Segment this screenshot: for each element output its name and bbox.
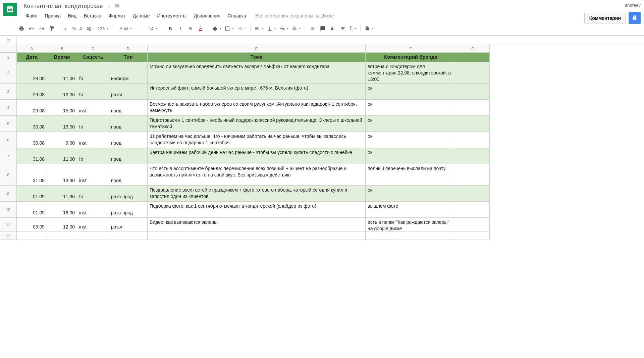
cell[interactable]: 16:00	[47, 202, 77, 218]
cell[interactable]	[77, 232, 109, 240]
cell[interactable]: ок	[366, 186, 456, 202]
currency-format-button[interactable]: р.	[62, 24, 68, 33]
cell[interactable]: Видео: как выпекаются эклеры.	[148, 218, 366, 232]
cell[interactable]: развл	[109, 218, 148, 232]
menu-дополнения[interactable]: Дополнения	[192, 12, 223, 20]
row-header-11[interactable]: 11	[0, 218, 17, 232]
cell[interactable]: 01.09	[17, 186, 47, 202]
cell[interactable]: 13:00	[47, 116, 77, 132]
font-family-dropdown[interactable]: Arial▾	[117, 24, 140, 33]
cell[interactable]: 31.08	[17, 164, 47, 186]
cell[interactable]	[109, 232, 148, 240]
cell[interactable]: ок	[366, 132, 456, 148]
menu-справка[interactable]: Справка	[225, 12, 249, 20]
cell[interactable]	[456, 164, 490, 186]
cell[interactable]: 11:30	[47, 186, 77, 202]
cell[interactable]	[456, 148, 490, 164]
cell[interactable]: прод	[109, 164, 148, 186]
row-header-1[interactable]: 1	[0, 53, 17, 62]
cell[interactable]: ок	[366, 100, 456, 116]
row-header-3[interactable]: 3	[0, 84, 17, 100]
cell[interactable]: ок	[366, 148, 456, 164]
cell[interactable]: встреча с кондитером для комментария 22.…	[366, 62, 456, 84]
user-name[interactable]: andreev	[625, 3, 641, 8]
cell[interactable]	[456, 232, 490, 240]
document-title[interactable]: Контент-план: кондитерская	[23, 3, 103, 10]
row-header-8[interactable]: 8	[0, 164, 17, 186]
select-all-corner[interactable]	[0, 45, 17, 53]
paint-format-icon[interactable]	[47, 24, 56, 33]
row-header-10[interactable]: 10	[0, 202, 17, 218]
col-header-F[interactable]: F	[366, 45, 456, 53]
insert-chart-icon[interactable]	[328, 24, 337, 33]
row-header-9[interactable]: 9	[0, 186, 17, 202]
menu-файл[interactable]: Файл	[23, 12, 40, 20]
cell[interactable]	[17, 232, 47, 240]
cell[interactable]	[456, 62, 490, 84]
cell[interactable]: 03.09	[17, 218, 47, 232]
share-button[interactable]	[629, 12, 641, 24]
cell[interactable]: inst	[77, 218, 109, 232]
cell[interactable]: 28.08	[17, 62, 47, 84]
decrease-decimal-button[interactable]: .0←	[79, 24, 85, 33]
cell[interactable]: прод	[109, 148, 148, 164]
col-header-G[interactable]: G	[456, 45, 490, 53]
cell[interactable]: прод	[109, 116, 148, 132]
cell[interactable]: inst	[77, 100, 109, 116]
cell[interactable]: fb	[77, 84, 109, 100]
print-icon[interactable]	[17, 24, 26, 33]
borders-button[interactable]: ▾	[223, 24, 235, 33]
filter-icon[interactable]	[338, 24, 347, 33]
cell[interactable]	[148, 232, 366, 240]
cell[interactable]	[456, 186, 490, 202]
cell[interactable]	[456, 84, 490, 100]
cell[interactable]: полный перечень выслали на почту	[366, 164, 456, 186]
number-format-dropdown[interactable]: 123▾	[95, 24, 111, 33]
menu-правка[interactable]: Правка	[42, 12, 63, 20]
input-tools-button[interactable]: ▾	[363, 24, 375, 33]
row-header-4[interactable]: 4	[0, 100, 17, 116]
insert-comment-icon[interactable]	[318, 24, 327, 33]
cell[interactable]	[456, 100, 490, 116]
text-wrap-button[interactable]: ▾	[278, 24, 290, 33]
cell[interactable]: 11:00	[47, 148, 77, 164]
cell[interactable]	[456, 132, 490, 148]
row-header-12[interactable]: 12	[0, 232, 17, 240]
cell[interactable]: fb	[77, 148, 109, 164]
cell[interactable]	[47, 232, 77, 240]
col-header-D[interactable]: D	[109, 45, 148, 53]
row-header-2[interactable]: 2	[0, 62, 17, 84]
cell[interactable]: 30.08	[17, 116, 47, 132]
cell[interactable]: fb	[77, 62, 109, 84]
redo-icon[interactable]	[37, 24, 46, 33]
cell[interactable]: разв-прод	[109, 186, 148, 202]
cell[interactable]	[456, 218, 490, 232]
col-header-A[interactable]: A	[17, 45, 47, 53]
cell[interactable]: 15:00	[47, 100, 77, 116]
cell[interactable]: есть в папке "Как рождаются эклеры" на g…	[366, 218, 456, 232]
italic-button[interactable]: I	[176, 24, 185, 33]
insert-link-icon[interactable]	[308, 24, 317, 33]
text-rotation-button[interactable]: ▾	[290, 24, 302, 33]
cell[interactable]: 29.08	[17, 84, 47, 100]
row-header-5[interactable]: 5	[0, 116, 17, 132]
col-header-C[interactable]: C	[77, 45, 109, 53]
cell[interactable]: Что есть в ассортименте бренда: перечисл…	[148, 164, 366, 186]
cell[interactable]: 9:00	[47, 132, 77, 148]
increase-decimal-button[interactable]: .00→	[86, 24, 94, 33]
cell[interactable]: Подготовься к 1 сентября - необычный под…	[148, 116, 366, 132]
percent-format-button[interactable]: %	[69, 24, 78, 33]
cell[interactable]: Время	[47, 53, 77, 62]
cell[interactable]: inst	[77, 132, 109, 148]
menu-инструменты[interactable]: Инструменты	[155, 12, 189, 20]
cell[interactable]: Подборка фото, как 1 сентября отмечают в…	[148, 202, 366, 218]
cell[interactable]: fb	[77, 116, 109, 132]
cell[interactable]: Тип	[109, 53, 148, 62]
cell[interactable]: Дата	[17, 53, 47, 62]
cell[interactable]: 31 работаем на час дольше, 1го - начинае…	[148, 132, 366, 148]
cell[interactable]: Соцсеть	[77, 53, 109, 62]
cell[interactable]	[456, 53, 490, 62]
cell[interactable]	[456, 116, 490, 132]
cell[interactable]: Тема	[148, 53, 366, 62]
folder-icon[interactable]	[114, 3, 120, 10]
